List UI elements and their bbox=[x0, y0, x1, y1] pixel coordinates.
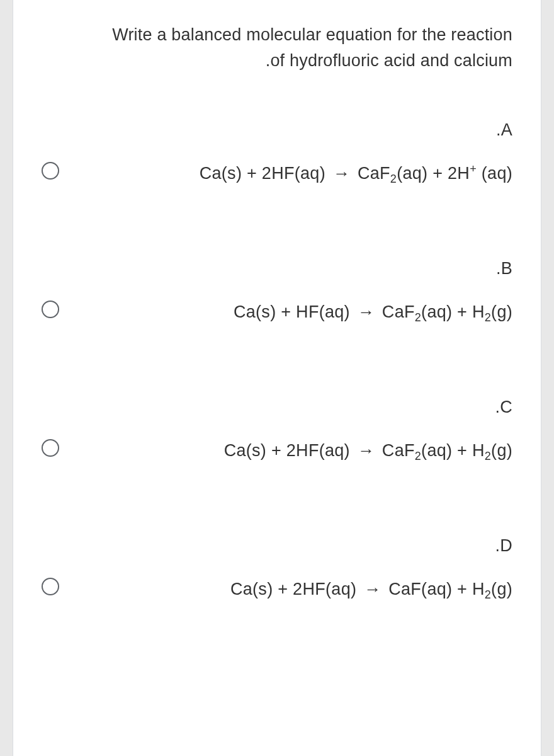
radio-b[interactable] bbox=[42, 301, 59, 318]
option-d-equation: Ca(s) + 2HF(aq) → CaF(aq) + H2(g) bbox=[72, 580, 512, 599]
radio-d[interactable] bbox=[42, 578, 59, 595]
option-a[interactable]: .A Ca(s) + 2HF(aq) → CaF2(aq) + 2H+ (aq) bbox=[42, 120, 512, 183]
option-a-body: .A Ca(s) + 2HF(aq) → CaF2(aq) + 2H+ (aq) bbox=[59, 120, 512, 183]
option-a-equation: Ca(s) + 2HF(aq) → CaF2(aq) + 2H+ (aq) bbox=[72, 164, 512, 183]
option-d-body: .D Ca(s) + 2HF(aq) → CaF(aq) + H2(g) bbox=[59, 536, 512, 599]
option-d-letter: .D bbox=[72, 536, 512, 556]
option-d[interactable]: .D Ca(s) + 2HF(aq) → CaF(aq) + H2(g) bbox=[42, 536, 512, 599]
option-c-equation: Ca(s) + 2HF(aq) → CaF2(aq) + H2(g) bbox=[72, 441, 512, 461]
option-c[interactable]: .C Ca(s) + 2HF(aq) → CaF2(aq) + H2(g) bbox=[42, 398, 512, 461]
option-c-letter: .C bbox=[72, 398, 512, 417]
option-b-letter: .B bbox=[72, 259, 512, 278]
option-b-body: .B Ca(s) + HF(aq) → CaF2(aq) + H2(g) bbox=[59, 259, 512, 322]
option-a-letter: .A bbox=[72, 120, 512, 140]
radio-c[interactable] bbox=[42, 439, 59, 457]
radio-a[interactable] bbox=[42, 162, 59, 180]
option-c-body: .C Ca(s) + 2HF(aq) → CaF2(aq) + H2(g) bbox=[59, 398, 512, 461]
option-b-equation: Ca(s) + HF(aq) → CaF2(aq) + H2(g) bbox=[72, 302, 512, 322]
question-line1: Write a balanced molecular equation for … bbox=[112, 25, 512, 44]
question-line2: .of hydrofluoric acid and calcium bbox=[266, 51, 512, 70]
question-text: Write a balanced molecular equation for … bbox=[42, 22, 512, 73]
option-b[interactable]: .B Ca(s) + HF(aq) → CaF2(aq) + H2(g) bbox=[42, 259, 512, 322]
question-card: Write a balanced molecular equation for … bbox=[13, 0, 541, 756]
